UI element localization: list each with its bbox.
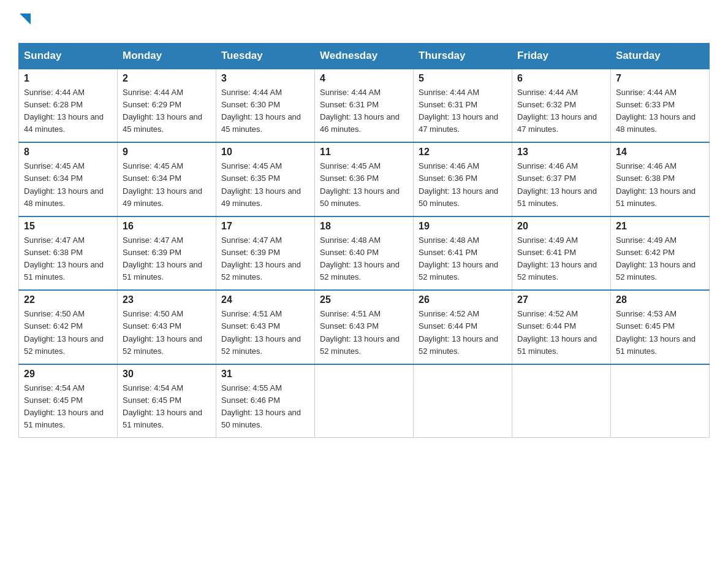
- calendar-cell: 14Sunrise: 4:46 AMSunset: 6:38 PMDayligh…: [611, 142, 710, 216]
- calendar-week-row: 15Sunrise: 4:47 AMSunset: 6:38 PMDayligh…: [19, 216, 710, 291]
- calendar-cell: 17Sunrise: 4:47 AMSunset: 6:39 PMDayligh…: [216, 216, 315, 291]
- day-info: Sunrise: 4:44 AMSunset: 6:29 PMDaylight:…: [123, 86, 211, 136]
- logo-line2: [18, 12, 33, 31]
- day-number: 24: [221, 294, 309, 305]
- calendar-cell: 22Sunrise: 4:50 AMSunset: 6:42 PMDayligh…: [19, 290, 118, 364]
- calendar-cell: 15Sunrise: 4:47 AMSunset: 6:38 PMDayligh…: [19, 216, 118, 291]
- day-info: Sunrise: 4:48 AMSunset: 6:40 PMDaylight:…: [320, 234, 408, 284]
- day-info: Sunrise: 4:55 AMSunset: 6:46 PMDaylight:…: [221, 382, 309, 432]
- day-number: 26: [419, 294, 507, 305]
- day-number: 23: [123, 294, 211, 305]
- calendar-cell: 18Sunrise: 4:48 AMSunset: 6:40 PMDayligh…: [315, 216, 414, 291]
- day-number: 9: [123, 147, 211, 158]
- day-info: Sunrise: 4:50 AMSunset: 6:42 PMDaylight:…: [24, 308, 112, 358]
- calendar-cell: 3Sunrise: 4:44 AMSunset: 6:30 PMDaylight…: [216, 69, 315, 143]
- calendar-cell: 25Sunrise: 4:51 AMSunset: 6:43 PMDayligh…: [315, 290, 414, 364]
- day-number: 30: [123, 369, 211, 380]
- calendar-week-row: 8Sunrise: 4:45 AMSunset: 6:34 PMDaylight…: [19, 142, 710, 216]
- day-number: 13: [517, 147, 605, 158]
- day-info: Sunrise: 4:46 AMSunset: 6:38 PMDaylight:…: [616, 160, 704, 210]
- calendar-cell: 24Sunrise: 4:51 AMSunset: 6:43 PMDayligh…: [216, 290, 315, 364]
- logo: [18, 12, 33, 31]
- day-info: Sunrise: 4:45 AMSunset: 6:34 PMDaylight:…: [123, 160, 211, 210]
- day-number: 4: [320, 73, 408, 84]
- day-info: Sunrise: 4:47 AMSunset: 6:39 PMDaylight:…: [123, 234, 211, 284]
- day-number: 20: [517, 221, 605, 232]
- day-number: 27: [517, 294, 605, 305]
- day-number: 21: [616, 221, 704, 232]
- calendar-week-row: 22Sunrise: 4:50 AMSunset: 6:42 PMDayligh…: [19, 290, 710, 364]
- day-number: 6: [517, 73, 605, 84]
- day-number: 1: [24, 73, 112, 84]
- day-number: 28: [616, 294, 704, 305]
- calendar-cell: [611, 364, 710, 438]
- calendar-cell: 12Sunrise: 4:46 AMSunset: 6:36 PMDayligh…: [414, 142, 512, 216]
- day-number: 2: [123, 73, 211, 84]
- calendar-cell: 4Sunrise: 4:44 AMSunset: 6:31 PMDaylight…: [315, 69, 414, 143]
- calendar-cell: 23Sunrise: 4:50 AMSunset: 6:43 PMDayligh…: [118, 290, 216, 364]
- day-number: 8: [24, 147, 112, 158]
- day-info: Sunrise: 4:51 AMSunset: 6:43 PMDaylight:…: [320, 308, 408, 358]
- calendar-cell: 7Sunrise: 4:44 AMSunset: 6:33 PMDaylight…: [611, 69, 710, 143]
- day-number: 15: [24, 221, 112, 232]
- day-info: Sunrise: 4:44 AMSunset: 6:28 PMDaylight:…: [24, 86, 112, 136]
- calendar-week-row: 29Sunrise: 4:54 AMSunset: 6:45 PMDayligh…: [19, 364, 710, 438]
- day-of-week-header: Saturday: [611, 43, 710, 69]
- day-number: 17: [221, 221, 309, 232]
- day-number: 16: [123, 221, 211, 232]
- day-number: 11: [320, 147, 408, 158]
- day-number: 19: [419, 221, 507, 232]
- day-info: Sunrise: 4:45 AMSunset: 6:34 PMDaylight:…: [24, 160, 112, 210]
- calendar-week-row: 1Sunrise: 4:44 AMSunset: 6:28 PMDaylight…: [19, 69, 710, 143]
- day-info: Sunrise: 4:45 AMSunset: 6:35 PMDaylight:…: [221, 160, 309, 210]
- day-info: Sunrise: 4:54 AMSunset: 6:45 PMDaylight:…: [123, 382, 211, 432]
- day-of-week-header: Monday: [118, 43, 216, 69]
- calendar-cell: 28Sunrise: 4:53 AMSunset: 6:45 PMDayligh…: [611, 290, 710, 364]
- day-info: Sunrise: 4:54 AMSunset: 6:45 PMDaylight:…: [24, 382, 112, 432]
- day-info: Sunrise: 4:47 AMSunset: 6:38 PMDaylight:…: [24, 234, 112, 284]
- calendar-cell: 30Sunrise: 4:54 AMSunset: 6:45 PMDayligh…: [118, 364, 216, 438]
- day-info: Sunrise: 4:48 AMSunset: 6:41 PMDaylight:…: [419, 234, 507, 284]
- calendar-cell: 8Sunrise: 4:45 AMSunset: 6:34 PMDaylight…: [19, 142, 118, 216]
- day-number: 3: [221, 73, 309, 84]
- day-info: Sunrise: 4:44 AMSunset: 6:31 PMDaylight:…: [419, 86, 507, 136]
- calendar-cell: 27Sunrise: 4:52 AMSunset: 6:44 PMDayligh…: [512, 290, 611, 364]
- calendar-header-row: SundayMondayTuesdayWednesdayThursdayFrid…: [19, 43, 710, 69]
- day-info: Sunrise: 4:47 AMSunset: 6:39 PMDaylight:…: [221, 234, 309, 284]
- calendar-cell: 31Sunrise: 4:55 AMSunset: 6:46 PMDayligh…: [216, 364, 315, 438]
- calendar-cell: [315, 364, 414, 438]
- calendar-cell: 13Sunrise: 4:46 AMSunset: 6:37 PMDayligh…: [512, 142, 611, 216]
- calendar-cell: 20Sunrise: 4:49 AMSunset: 6:41 PMDayligh…: [512, 216, 611, 291]
- calendar-cell: [414, 364, 512, 438]
- calendar-cell: 9Sunrise: 4:45 AMSunset: 6:34 PMDaylight…: [118, 142, 216, 216]
- day-info: Sunrise: 4:44 AMSunset: 6:31 PMDaylight:…: [320, 86, 408, 136]
- day-info: Sunrise: 4:53 AMSunset: 6:45 PMDaylight:…: [616, 308, 704, 358]
- day-info: Sunrise: 4:52 AMSunset: 6:44 PMDaylight:…: [419, 308, 507, 358]
- day-number: 7: [616, 73, 704, 84]
- calendar-table: SundayMondayTuesdayWednesdayThursdayFrid…: [18, 43, 710, 439]
- calendar-cell: 6Sunrise: 4:44 AMSunset: 6:32 PMDaylight…: [512, 69, 611, 143]
- day-of-week-header: Wednesday: [315, 43, 414, 69]
- day-of-week-header: Sunday: [19, 43, 118, 69]
- day-of-week-header: Thursday: [414, 43, 512, 69]
- calendar-cell: 26Sunrise: 4:52 AMSunset: 6:44 PMDayligh…: [414, 290, 512, 364]
- day-info: Sunrise: 4:44 AMSunset: 6:32 PMDaylight:…: [517, 86, 605, 136]
- svg-marker-0: [20, 13, 31, 25]
- day-number: 14: [616, 147, 704, 158]
- day-number: 29: [24, 369, 112, 380]
- day-number: 31: [221, 369, 309, 380]
- page-header: [18, 12, 710, 31]
- calendar-cell: 10Sunrise: 4:45 AMSunset: 6:35 PMDayligh…: [216, 142, 315, 216]
- day-number: 10: [221, 147, 309, 158]
- day-info: Sunrise: 4:44 AMSunset: 6:30 PMDaylight:…: [221, 86, 309, 136]
- day-of-week-header: Tuesday: [216, 43, 315, 69]
- day-info: Sunrise: 4:44 AMSunset: 6:33 PMDaylight:…: [616, 86, 704, 136]
- day-info: Sunrise: 4:52 AMSunset: 6:44 PMDaylight:…: [517, 308, 605, 358]
- logo-arrow-icon: [20, 13, 33, 31]
- day-number: 12: [419, 147, 507, 158]
- calendar-cell: 5Sunrise: 4:44 AMSunset: 6:31 PMDaylight…: [414, 69, 512, 143]
- day-info: Sunrise: 4:46 AMSunset: 6:37 PMDaylight:…: [517, 160, 605, 210]
- day-info: Sunrise: 4:49 AMSunset: 6:42 PMDaylight:…: [616, 234, 704, 284]
- day-number: 22: [24, 294, 112, 305]
- calendar-cell: 19Sunrise: 4:48 AMSunset: 6:41 PMDayligh…: [414, 216, 512, 291]
